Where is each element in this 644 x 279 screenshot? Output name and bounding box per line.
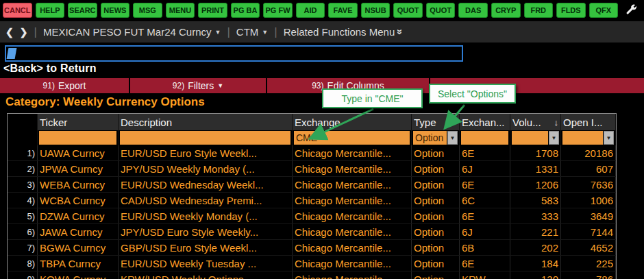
forward-arrow-icon[interactable]: ❯	[20, 27, 28, 38]
filter-gutter-cell	[8, 130, 38, 145]
table-row[interactable]: 6) JAWA Curncy JPY/USD Euro Style Weekly…	[8, 224, 616, 240]
fkey-quot[interactable]: QUOT	[426, 3, 456, 18]
chevron-down-icon: ▼	[217, 82, 223, 89]
description-cell: JPY/USD Euro Style Weekly...	[119, 224, 293, 239]
type-cell: Option	[412, 256, 460, 271]
exchange-cell: Chicago Mercantile...	[293, 208, 412, 223]
volume-column-header[interactable]: Volu... ↓	[510, 114, 561, 130]
volume-filter-input[interactable]	[512, 131, 548, 145]
export-menu-item[interactable]: 91) Export	[0, 78, 130, 93]
fkey-fave[interactable]: FAVE	[328, 3, 358, 18]
exchange-cell: Chicago Mercantile...	[293, 224, 412, 239]
ticker-filter-input[interactable]	[39, 131, 116, 145]
exchange-cell: Chicago Mercantile...	[293, 271, 412, 279]
open-interest-cell: 7636	[561, 177, 616, 192]
row-number: 3)	[8, 177, 38, 192]
row-number: 4)	[8, 193, 38, 208]
fkey-searc[interactable]: SEARC	[68, 3, 97, 18]
fkey-cancl[interactable]: CANCL	[3, 3, 32, 18]
open-interest-filter-dropdown-button[interactable]: ▼	[604, 131, 614, 145]
open-interest-cell: 1006	[561, 193, 616, 208]
description-cell: CAD/USD Wednesday Premi...	[119, 193, 293, 208]
chevron-down-icon: ▼	[215, 29, 221, 36]
type-column-header[interactable]: Type	[412, 114, 460, 130]
exchange-column-header[interactable]: Exchange	[293, 114, 412, 130]
open-interest-cell: 786	[561, 271, 616, 279]
fkey-frd[interactable]: FRD	[524, 3, 554, 18]
table-row[interactable]: 5) DZWA Curncy EUR/USD Weekly Monday (..…	[8, 208, 616, 224]
fkey-cryp[interactable]: CRYP	[491, 3, 521, 18]
fkey-pg-fw[interactable]: PG FW	[263, 3, 293, 18]
double-chevron-down-icon: »	[395, 29, 406, 34]
exchange-code-cell: KRW	[460, 271, 510, 279]
table-row[interactable]: 2) JPWA Curncy JPY/USD Weekly Monday (..…	[8, 161, 616, 177]
fkey-menu[interactable]: MENU	[166, 3, 195, 18]
row-number: 6)	[8, 224, 38, 239]
volume-cell: 184	[510, 256, 561, 271]
separator: |	[34, 25, 36, 39]
type-cell: Option	[412, 271, 460, 279]
type-cell: Option	[412, 240, 460, 255]
ticker-cell: DZWA Curncy	[38, 208, 119, 223]
fkey-nsub[interactable]: NSUB	[361, 3, 391, 18]
table-row[interactable]: 1) UAWA Curncy EUR/USD Euro Style Weekl.…	[8, 145, 616, 161]
wrench-settings-button[interactable]	[623, 3, 640, 18]
table-row[interactable]: 3) WEBA Curncy EUR/USD Wednesday Weekl..…	[8, 177, 616, 193]
fkey-qfx[interactable]: QFX	[589, 3, 619, 18]
type-filter-input[interactable]: Option	[413, 131, 447, 145]
row-number: 2)	[8, 161, 38, 176]
fkey-pg-ba[interactable]: PG BA	[231, 3, 260, 18]
back-to-return-link[interactable]: <Back> to Return	[3, 62, 97, 75]
volume-cell: 130	[510, 271, 561, 279]
command-line[interactable]	[5, 45, 463, 62]
command-input[interactable]	[6, 47, 462, 60]
description-filter-input[interactable]	[120, 131, 290, 145]
row-number: 7)	[8, 240, 38, 255]
table-row[interactable]: 8) TBPA Curncy EUR/USD Weekly Tuesday ..…	[8, 256, 616, 271]
table-row[interactable]: 4) WCBA Curncy CAD/USD Wednesday Premi..…	[8, 193, 616, 208]
description-cell: KRW/USD Weekly Options ...	[119, 271, 293, 279]
function-code-dropdown[interactable]: CTM ▼	[236, 26, 268, 38]
security-title-dropdown[interactable]: MEXICAN PESO FUT Mar24 Curncy ▼	[43, 26, 221, 38]
exchange-cell: Chicago Mercantile...	[293, 256, 412, 271]
exchange-code-column-header[interactable]: Exchan...	[460, 114, 510, 130]
exchange-filter-input[interactable]: CME	[294, 131, 410, 145]
exchange-code-cell: 6J	[460, 161, 510, 176]
type-cell: Option	[412, 208, 460, 223]
description-column-header[interactable]: Description	[119, 114, 293, 130]
type-filter-dropdown-button[interactable]: ▼	[447, 131, 458, 145]
volume-filter-dropdown-button[interactable]: ▼	[549, 131, 559, 145]
open-interest-cell: 225	[561, 256, 616, 271]
separator: |	[227, 25, 230, 39]
category-heading: Category: Weekly Currency Options	[5, 95, 205, 109]
fkey-print[interactable]: PRINT	[198, 3, 227, 18]
exchange-code-cell: 6C	[460, 193, 510, 208]
fkey-quot[interactable]: QUOT	[393, 3, 423, 18]
related-functions-menu[interactable]: Related Functions Menu »	[284, 26, 404, 38]
open-interest-column-header[interactable]: Open I...	[561, 114, 616, 130]
fkey-news[interactable]: NEWS	[101, 3, 130, 18]
row-number: 5)	[8, 208, 38, 223]
ticker-column-header[interactable]: Ticker	[38, 114, 119, 130]
ticker-cell: UAWA Curncy	[38, 145, 119, 160]
type-cell: Option	[412, 193, 460, 208]
exchange-code-cell: 6E	[460, 177, 510, 192]
table-row[interactable]: 9) KOWA Curncy KRW/USD Weekly Options ..…	[8, 271, 616, 279]
volume-cell: 333	[510, 208, 561, 223]
fkey-help[interactable]: HELP	[36, 3, 65, 18]
navigation-bar: ❮ ❯ | MEXICAN PESO FUT Mar24 Curncy ▼ | …	[0, 21, 644, 43]
fkey-aid[interactable]: AID	[296, 3, 325, 18]
fkey-das[interactable]: DAS	[458, 3, 488, 18]
ticker-cell: WCBA Curncy	[38, 193, 119, 208]
exchange-code-filter-input[interactable]	[461, 131, 508, 145]
table-row[interactable]: 7) BGWA Curncy GBP/USD Euro Style Weekl.…	[8, 240, 616, 256]
open-interest-filter-input[interactable]	[562, 131, 603, 145]
fkey-msg[interactable]: MSG	[133, 3, 162, 18]
fkey-flds[interactable]: FLDS	[556, 3, 586, 18]
back-arrow-icon[interactable]: ❮	[5, 27, 14, 38]
exchange-code-cell: 6J	[460, 224, 510, 239]
volume-cell: 1708	[510, 145, 561, 160]
filters-menu-item[interactable]: 92) Filters ▼	[130, 78, 267, 93]
description-cell: JPY/USD Weekly Monday (...	[119, 161, 293, 176]
exchange-code-cell: 6E	[460, 256, 510, 271]
